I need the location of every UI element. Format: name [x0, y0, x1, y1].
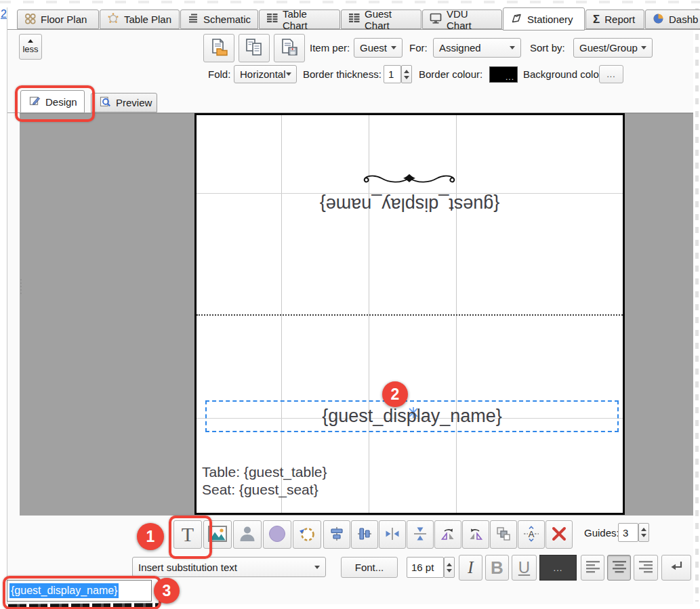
insert-substitution-value: Insert substitution text — [138, 562, 237, 573]
rotate-clockwise-button[interactable] — [434, 520, 461, 549]
guides-input[interactable]: 3 — [618, 523, 638, 542]
align-centre-horizontal-icon — [329, 526, 345, 544]
border-thickness-label: Border thickness: — [303, 65, 382, 83]
folded-name-text[interactable]: {guest_display_name} — [197, 194, 623, 215]
tab-guest-chart[interactable]: Guest Chart — [341, 9, 421, 29]
copy-layout-button[interactable] — [239, 34, 270, 62]
underline-icon: U — [518, 558, 530, 577]
space-down-icon — [412, 526, 428, 544]
border-colour-swatch[interactable]: ... — [489, 66, 518, 83]
align-centre-horizontal-button[interactable] — [323, 520, 350, 549]
table-substitution-text[interactable]: Table: {guest_table} — [202, 463, 327, 481]
font-button[interactable]: Font... — [341, 557, 398, 578]
guides-stepper[interactable] — [638, 523, 649, 542]
italic-button[interactable]: I — [459, 555, 482, 581]
centre-on-card-icon: A — [523, 526, 539, 544]
dashboard-pie-icon — [653, 13, 664, 26]
preview-magnifier-icon — [100, 96, 111, 110]
tab-report[interactable]: Σ Report — [585, 9, 644, 29]
annotation-rect-design-tab — [15, 85, 95, 122]
item-per-select[interactable]: Guest — [354, 38, 403, 58]
align-centre-button[interactable] — [607, 555, 631, 581]
rotate-anticlockwise-button[interactable] — [462, 520, 489, 549]
save-layout-button[interactable] — [274, 34, 305, 62]
guides-value: 3 — [623, 527, 628, 539]
insert-guest-tool-button[interactable] — [233, 520, 262, 549]
tab-dashboard[interactable]: Dashb — [645, 9, 700, 29]
sort-by-label: Sort by: — [530, 38, 565, 58]
torn-edge-right — [695, 8, 699, 602]
italic-icon: I — [468, 558, 473, 577]
font-size-stepper[interactable] — [444, 557, 455, 578]
tab-floor-plan[interactable]: Floor Plan — [17, 9, 99, 29]
app-window: 2 Floor Plan Table Plan Schematic Table … — [0, 0, 700, 609]
font-size-input[interactable]: 16 pt — [407, 557, 444, 578]
stray-page-text: 2 — [1, 8, 7, 20]
space-across-button[interactable] — [379, 520, 406, 549]
align-centre-vertical-button[interactable] — [351, 520, 378, 549]
centre-on-card-button[interactable]: A — [518, 520, 545, 549]
flourish-ornament[interactable] — [197, 169, 623, 187]
table-chart-icon — [266, 13, 278, 26]
align-left-button[interactable] — [581, 555, 604, 581]
return-arrow-icon — [668, 559, 684, 577]
bold-button[interactable]: B — [485, 555, 509, 581]
schematic-icon — [188, 13, 199, 26]
torn-edge-top — [0, 1, 700, 3]
fold-select[interactable]: Horizontal — [234, 65, 297, 83]
sort-by-select[interactable]: Guest/Group — [573, 38, 653, 58]
stationery-icon — [510, 13, 522, 26]
annotation-rect-text-field — [3, 576, 161, 609]
spin-down-icon — [404, 76, 409, 79]
tab-stationery[interactable]: Stationery — [503, 7, 585, 30]
border-thickness-value: 1 — [388, 68, 394, 80]
fold-line — [197, 314, 623, 316]
item-per-value: Guest — [360, 42, 387, 54]
report-sigma-icon: Σ — [593, 13, 600, 26]
splitter-handle[interactable] — [20, 279, 22, 294]
tab-label: Schematic — [203, 14, 251, 25]
align-left-icon — [585, 559, 601, 577]
underline-button[interactable]: U — [512, 555, 537, 581]
chevron-down-icon — [391, 46, 396, 49]
open-layout-button[interactable] — [203, 34, 234, 62]
tab-table-plan[interactable]: Table Plan — [100, 9, 180, 29]
insert-shape-tool-button[interactable] — [263, 520, 291, 549]
border-colour-dots: ... — [506, 72, 514, 82]
item-per-label: Item per: — [310, 38, 350, 58]
seat-substitution-text[interactable]: Seat: {guest_seat} — [202, 481, 327, 499]
border-thickness-stepper[interactable] — [401, 65, 412, 83]
ellipse-icon — [268, 525, 286, 545]
preview-tab-label: Preview — [116, 97, 152, 108]
tab-table-chart[interactable]: Table Chart — [259, 9, 340, 29]
align-right-icon — [638, 559, 654, 577]
selected-text-element[interactable]: {guest_display_name} — [205, 400, 619, 432]
delete-element-button[interactable] — [545, 520, 573, 549]
spin-down-icon — [447, 569, 452, 572]
less-button[interactable]: less — [19, 34, 42, 60]
less-label: less — [22, 44, 38, 54]
insert-substitution-select[interactable]: Insert substitution text — [132, 557, 326, 577]
spin-up-icon — [404, 70, 409, 73]
text-colour-swatch[interactable]: ... — [539, 555, 577, 581]
for-select[interactable]: Assigned — [433, 38, 521, 58]
guest-chart-icon — [348, 13, 360, 26]
tab-schematic[interactable]: Schematic — [180, 9, 258, 29]
insert-newline-button[interactable] — [661, 555, 691, 581]
tab-label: Dashb — [669, 14, 698, 25]
insert-custom-field-tool-button[interactable] — [293, 520, 321, 549]
tabbar-baseline — [7, 29, 700, 30]
stacking-order-button[interactable] — [490, 520, 517, 549]
tab-vdu-chart[interactable]: VDU Chart — [422, 9, 502, 29]
tab-label: Table Chart — [283, 8, 333, 31]
align-right-button[interactable] — [634, 555, 658, 581]
annotation-rect-text-tool — [169, 516, 212, 559]
space-down-button[interactable] — [407, 520, 434, 549]
tab-label: VDU Chart — [447, 8, 495, 31]
floor-plan-icon — [24, 13, 36, 26]
annotation-step-2: 2 — [382, 381, 408, 407]
background-colour-swatch[interactable]: ... — [599, 65, 623, 83]
border-thickness-input[interactable]: 1 — [384, 65, 401, 83]
tab-preview[interactable]: Preview — [91, 93, 157, 112]
tab-label: Floor Plan — [41, 14, 87, 25]
